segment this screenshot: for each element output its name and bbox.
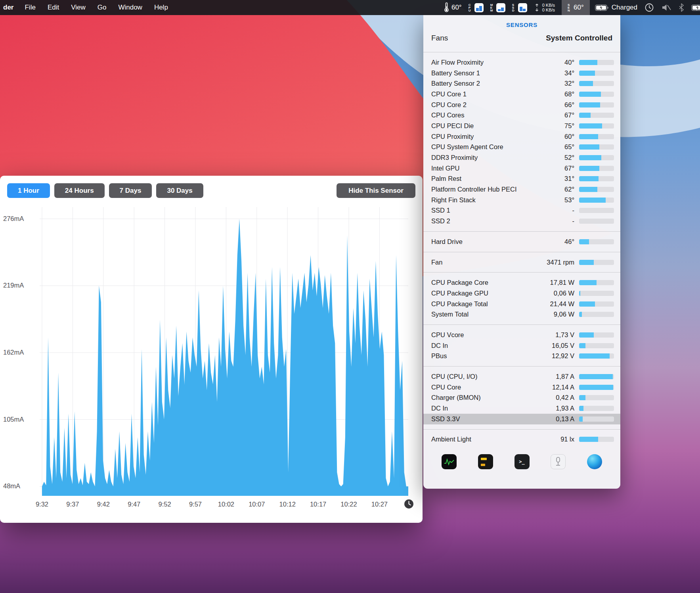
sensor-gauge	[579, 71, 614, 76]
muted-speaker-icon[interactable]	[661, 3, 671, 12]
sensor-label: Ambient Light	[431, 436, 471, 443]
sensor-row[interactable]: CPU System Agent Core65°	[423, 142, 620, 153]
bluetooth-icon[interactable]	[678, 3, 685, 12]
sensor-row[interactable]: SSD 2-	[423, 216, 620, 226]
sensor-label: Right Fin Stack	[431, 196, 476, 204]
browser-app-icon[interactable]	[587, 454, 602, 469]
warning-app-icon[interactable]	[478, 454, 493, 469]
battery-charging-icon	[595, 4, 609, 11]
menu-bar-status-area: 60° CPU MEM SSD 0 KB/s 0 KB/s SEN 60°	[444, 0, 700, 15]
sensors-status-item[interactable]: SEN 60°	[562, 0, 590, 15]
menu-window[interactable]: Window	[118, 4, 142, 12]
sensor-gauge	[579, 416, 614, 422]
sensor-value: 32°	[564, 80, 574, 87]
ssd-mini-label: SSD	[512, 4, 516, 12]
range-buttons: 1 Hour24 Hours7 Days30 Days	[7, 183, 203, 198]
sensor-label: Intel GPU	[431, 165, 460, 172]
battery-status-item[interactable]: Charged	[595, 0, 637, 15]
sensor-row[interactable]: Fan3471 rpm	[423, 257, 620, 268]
sensor-row[interactable]: SSD 3.3V0,13 A	[423, 414, 620, 424]
sensor-row[interactable]: CPU Core 168°	[423, 89, 620, 100]
sensor-row[interactable]: CPU Package Total21,44 W	[423, 299, 620, 309]
sensor-gauge	[579, 239, 614, 244]
cpu-status-item[interactable]: CPU	[469, 0, 484, 15]
menu-edit[interactable]: Edit	[48, 4, 59, 12]
x-axis-tick-label: 9:52	[159, 501, 171, 508]
sensor-value: 21,44 W	[550, 300, 574, 308]
ssd-status-item[interactable]: SSD	[512, 0, 527, 15]
sensor-row[interactable]: CPU Vcore1,73 V	[423, 330, 620, 340]
sensor-row[interactable]: CPU (CPU, I/O)1,87 A	[423, 371, 620, 382]
sensor-gauge	[579, 219, 614, 224]
sensor-row[interactable]: CPU Package GPU0,06 W	[423, 288, 620, 299]
network-status-item[interactable]: 0 KB/s 0 KB/s	[534, 0, 555, 15]
x-axis-tick-label: 10:07	[249, 501, 265, 508]
temperature-status-item[interactable]: 60°	[444, 0, 462, 15]
y-axis-tick-label: 48mA	[3, 482, 20, 490]
sensors-panel: SENSORS Fans System Controlled Air Flow …	[423, 15, 620, 489]
app-menu[interactable]: der	[3, 4, 13, 12]
sensor-row[interactable]: Platform Controller Hub PECI62°	[423, 184, 620, 195]
range-button-30-days[interactable]: 30 Days	[156, 183, 203, 198]
sensor-row[interactable]: Intel GPU67°	[423, 163, 620, 174]
history-clock-icon[interactable]	[644, 2, 654, 13]
network-arrows-icon	[534, 3, 540, 12]
time-range-clock-icon[interactable]	[404, 499, 414, 509]
sensor-label: CPU Proximity	[431, 133, 474, 140]
sensor-value: 12,14 A	[552, 384, 574, 391]
sensor-row[interactable]: Hard Drive46°	[423, 236, 620, 247]
x-axis-tick-label: 10:12	[279, 501, 296, 508]
sensor-label: CPU Core	[431, 384, 461, 391]
sensor-row[interactable]: CPU Proximity60°	[423, 131, 620, 142]
sensor-label: SSD 1	[431, 207, 450, 214]
sensor-label: Battery Sensor 1	[431, 69, 480, 77]
sensor-label: PBus	[431, 352, 447, 360]
sensor-gauge	[579, 385, 614, 390]
sensor-value: 91 lx	[560, 436, 574, 443]
sensor-row[interactable]: DC In1,93 A	[423, 403, 620, 414]
sensor-row[interactable]: Charger (BMON)0,42 A	[423, 393, 620, 403]
sensor-row[interactable]: DDR3 Proximity52°	[423, 152, 620, 163]
menu-view[interactable]: View	[71, 4, 86, 12]
fans-row[interactable]: Fans System Controlled	[423, 32, 620, 47]
sensor-row[interactable]: CPU Cores67°	[423, 110, 620, 121]
sensor-row[interactable]: CPU Core 266°	[423, 100, 620, 110]
menu-file[interactable]: File	[25, 4, 35, 12]
menu-help[interactable]: Help	[154, 4, 168, 12]
sensor-label: CPU (CPU, I/O)	[431, 373, 477, 380]
sensor-gauge	[579, 123, 614, 129]
terminal-app-icon[interactable]: >_	[514, 454, 530, 469]
sensor-row[interactable]: CPU PECI Die75°	[423, 121, 620, 131]
range-button-24-hours[interactable]: 24 Hours	[54, 183, 105, 198]
sensor-row[interactable]: CPU Package Core17,81 W	[423, 277, 620, 288]
sensor-row[interactable]: Air Flow Proximity40°	[423, 57, 620, 68]
sensor-label: CPU Package Core	[431, 279, 488, 286]
x-axis-tick-label: 9:47	[128, 501, 140, 508]
sensor-value: 53°	[564, 196, 574, 204]
hide-this-sensor-button[interactable]: Hide This Sensor	[337, 183, 415, 198]
sensor-row[interactable]: SSD 1-	[423, 205, 620, 216]
sensor-row[interactable]: System Total9,06 W	[423, 309, 620, 320]
x-axis-tick-label: 10:02	[218, 501, 234, 508]
hardware-monitor-app-icon[interactable]	[551, 454, 566, 469]
activity-monitor-app-icon[interactable]	[442, 454, 457, 469]
menu-bar-menus: FileEditViewGoWindowHelp	[25, 4, 180, 12]
sensor-gauge	[579, 198, 614, 203]
sensor-value: 1,93 A	[556, 405, 574, 412]
sensor-row[interactable]: PBus12,92 V	[423, 351, 620, 362]
sensor-row[interactable]: CPU Core12,14 A	[423, 382, 620, 393]
sensor-label: SSD 3.3V	[431, 415, 460, 423]
memory-status-item[interactable]: MEM	[490, 0, 505, 15]
sensor-row[interactable]: Battery Sensor 134°	[423, 68, 620, 79]
battery-icon[interactable]	[691, 4, 700, 11]
range-button-7-days[interactable]: 7 Days	[109, 183, 152, 198]
sensor-row[interactable]: Ambient Light91 lx	[423, 434, 620, 445]
sensor-gauge	[579, 176, 614, 181]
sensor-row[interactable]: Right Fin Stack53°	[423, 195, 620, 205]
sensor-row[interactable]: DC In16,05 V	[423, 340, 620, 351]
sensor-row[interactable]: Palm Rest31°	[423, 174, 620, 184]
range-button-1-hour[interactable]: 1 Hour	[7, 183, 50, 198]
probe-icon	[554, 457, 562, 467]
menu-go[interactable]: Go	[98, 4, 107, 12]
sensor-row[interactable]: Battery Sensor 232°	[423, 78, 620, 89]
